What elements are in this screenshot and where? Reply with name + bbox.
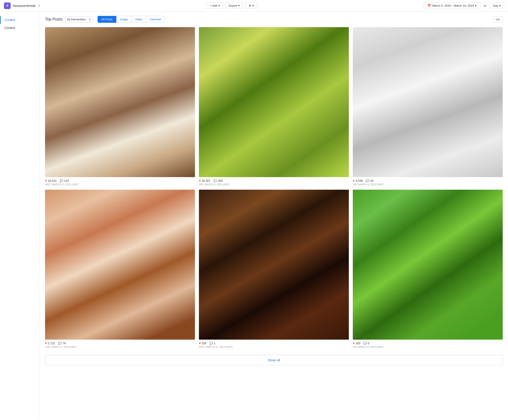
post-likes: ♥ 183 bbox=[353, 341, 360, 345]
post-date: WED, MARCH 13, 2019 (GMT) bbox=[199, 345, 349, 348]
post-stats: ♥ 3,549 💬 20 bbox=[353, 179, 503, 182]
post-comments: 💬 123 bbox=[60, 179, 69, 182]
post-comments: 💬 1 bbox=[209, 342, 216, 345]
post-comments: 💬 260 bbox=[214, 179, 223, 182]
post-likes: ♥ 18,153 bbox=[45, 179, 57, 182]
post-comments: 💬 20 bbox=[366, 179, 373, 182]
tab-video[interactable]: Video bbox=[132, 16, 146, 23]
app-logo: # bbox=[4, 2, 11, 9]
sort-dropdown[interactable]: by Interactions by Likes by Comments bbox=[67, 18, 88, 21]
date-dropdown-icon: ▾ bbox=[475, 4, 477, 7]
comments-count: 260 bbox=[218, 179, 223, 182]
post-image bbox=[353, 190, 503, 340]
heart-icon: ♥ bbox=[353, 341, 355, 345]
day-dropdown-icon: ▾ bbox=[499, 4, 501, 7]
post-likes: ♥ 255 bbox=[199, 341, 206, 345]
likes-count: 3,549 bbox=[355, 179, 363, 182]
post-card[interactable]: ♥ 2,722 💬 79 TUE, MARCH 5, 2019 (GMT) bbox=[45, 190, 195, 348]
top-nav: # haveazenbreak ▾ + Add ▾ Export ▾ ⚙ ▾ 📅… bbox=[0, 0, 508, 11]
top-posts-header: Top Posts by Interactions by Likes by Co… bbox=[45, 16, 503, 23]
post-stats: ♥ 183 💬 0 bbox=[353, 341, 503, 345]
day-selector[interactable]: Day ▾ bbox=[490, 2, 504, 9]
post-image bbox=[353, 27, 503, 177]
post-image bbox=[199, 190, 349, 340]
likes-count: 183 bbox=[355, 342, 360, 345]
post-stats: ♥ 2,722 💬 79 bbox=[45, 341, 195, 345]
post-comments: 💬 79 bbox=[58, 342, 66, 345]
show-all-button[interactable]: Show all bbox=[45, 355, 503, 365]
comment-icon: 💬 bbox=[363, 342, 367, 345]
heart-icon: ♥ bbox=[353, 179, 355, 182]
posts-grid: ♥ 18,153 💬 123 WED, MARCH 13, 2019 (GMT)… bbox=[45, 27, 503, 348]
heart-icon: ♥ bbox=[45, 341, 47, 345]
post-likes: ♥ 16,307 bbox=[199, 179, 210, 182]
csv-export-button[interactable]: csv bbox=[493, 16, 503, 22]
top-posts-title: Top Posts bbox=[45, 17, 62, 22]
post-date: WED, MARCH 13, 2019 (GMT) bbox=[45, 183, 195, 186]
likes-count: 255 bbox=[202, 342, 206, 345]
comment-icon: 💬 bbox=[366, 179, 369, 182]
show-all-container: Show all bbox=[45, 355, 503, 365]
sort-arrows-icon: ▲▼ bbox=[89, 18, 91, 21]
settings-dropdown-icon: ▾ bbox=[252, 4, 254, 7]
by-label: by bbox=[484, 4, 486, 7]
comments-count: 20 bbox=[370, 179, 373, 182]
sidebar-item-context[interactable]: Context bbox=[0, 24, 39, 32]
post-likes: ♥ 3,549 bbox=[353, 179, 363, 182]
post-card[interactable]: ♥ 18,153 💬 123 WED, MARCH 13, 2019 (GMT) bbox=[45, 27, 195, 186]
post-likes: ♥ 2,722 bbox=[45, 341, 55, 345]
account-name: haveazenbreak bbox=[13, 4, 36, 8]
settings-button[interactable]: ⚙ ▾ bbox=[245, 2, 257, 9]
main-layout: Content Context Top Posts by Interaction… bbox=[0, 11, 508, 419]
heart-icon: ♥ bbox=[45, 179, 47, 182]
export-dropdown-icon: ▾ bbox=[238, 4, 240, 7]
post-stats: ♥ 255 💬 1 bbox=[199, 341, 349, 345]
add-button[interactable]: + Add ▾ bbox=[206, 2, 223, 9]
post-image bbox=[45, 27, 195, 177]
tab-carousel[interactable]: Carousel bbox=[146, 16, 165, 23]
post-comments: 💬 0 bbox=[363, 342, 369, 345]
post-stats: ♥ 18,153 💬 123 bbox=[45, 179, 195, 182]
account-dropdown-icon[interactable]: ▾ bbox=[39, 4, 40, 7]
post-image bbox=[199, 27, 349, 177]
comment-icon: 💬 bbox=[60, 179, 63, 182]
add-dropdown-icon: ▾ bbox=[218, 4, 220, 7]
gear-icon: ⚙ bbox=[249, 4, 251, 7]
sort-selector[interactable]: by Interactions by Likes by Comments ▲▼ bbox=[65, 16, 93, 22]
sidebar-item-content[interactable]: Content bbox=[0, 16, 39, 24]
likes-count: 16,307 bbox=[202, 179, 210, 182]
post-card[interactable]: ♥ 3,549 💬 20 SAT, MARCH 9, 2019 (GMT) bbox=[353, 27, 503, 186]
calendar-icon: 📅 bbox=[427, 4, 431, 7]
date-range-picker[interactable]: 📅 March 5, 2019 – March 14, 2019 ▾ bbox=[424, 2, 480, 9]
post-date: TUE, MARCH 5, 2019 (GMT) bbox=[45, 345, 195, 348]
post-stats: ♥ 16,307 💬 260 bbox=[199, 179, 349, 182]
sidebar: Content Context bbox=[0, 11, 40, 419]
comment-icon: 💬 bbox=[58, 342, 62, 345]
filter-tabs: All Posts Image Video Carousel bbox=[97, 16, 165, 23]
likes-count: 2,722 bbox=[48, 342, 55, 345]
comments-count: 0 bbox=[368, 342, 369, 345]
post-date: FRI, MARCH 8, 2019 (GMT) bbox=[353, 345, 503, 348]
post-image bbox=[45, 190, 195, 340]
comments-count: 1 bbox=[214, 342, 216, 345]
post-date: SAT, MARCH 9, 2019 (GMT) bbox=[199, 183, 349, 186]
heart-icon: ♥ bbox=[199, 341, 201, 345]
post-card[interactable]: ♥ 255 💬 1 WED, MARCH 13, 2019 (GMT) bbox=[199, 190, 349, 348]
post-date: SAT, MARCH 9, 2019 (GMT) bbox=[353, 183, 503, 186]
comments-count: 79 bbox=[62, 342, 66, 345]
post-card[interactable]: ♥ 16,307 💬 260 SAT, MARCH 9, 2019 (GMT) bbox=[199, 27, 349, 186]
likes-count: 18,153 bbox=[48, 179, 57, 182]
tab-image[interactable]: Image bbox=[116, 16, 132, 23]
main-content: Top Posts by Interactions by Likes by Co… bbox=[40, 11, 508, 419]
post-card[interactable]: ♥ 183 💬 0 FRI, MARCH 8, 2019 (GMT) bbox=[353, 190, 503, 348]
tab-all-posts[interactable]: All Posts bbox=[97, 16, 116, 23]
comments-count: 123 bbox=[64, 179, 69, 182]
comment-icon: 💬 bbox=[209, 342, 213, 345]
comment-icon: 💬 bbox=[214, 179, 217, 182]
export-button[interactable]: Export ▾ bbox=[225, 2, 243, 9]
heart-icon: ♥ bbox=[199, 179, 201, 182]
